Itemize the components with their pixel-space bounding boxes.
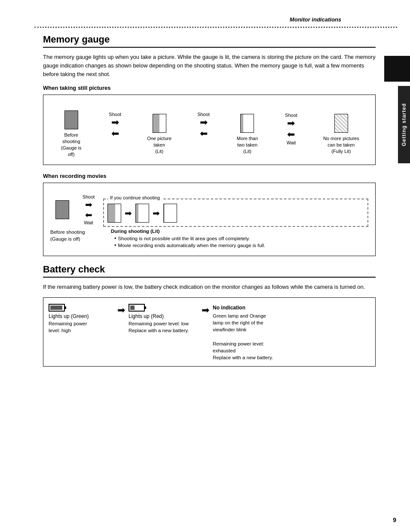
battery-check-body: If the remaining battery power is low, t… bbox=[43, 283, 376, 291]
header-area: Monitor indications bbox=[0, 0, 410, 23]
movie-heading: When recording movies bbox=[43, 173, 376, 179]
arrow-2-shoot-label: Shoot bbox=[197, 112, 210, 117]
still-pictures-heading: When taking still pictures bbox=[43, 85, 376, 91]
caption-fully-lit: No more picturescan be taken(Fully Lit) bbox=[323, 135, 359, 155]
gauge-rect-1 bbox=[64, 110, 78, 129]
arrow-3-wait-label: Wait bbox=[287, 140, 296, 145]
battery-red-caption: Remaining power level: lowReplace with a… bbox=[129, 320, 189, 334]
gauge-before-shooting: Beforeshooting(Gauge isoff) bbox=[59, 110, 83, 157]
gauge-rect-4 bbox=[334, 114, 348, 133]
movie-note-2-text: Movie recording ends automatically when … bbox=[118, 242, 266, 249]
movie-note-1-text: Shooting is not possible until the lit a… bbox=[118, 235, 250, 242]
battery-diagram-box: Lights up (Green) Remaining powerlevel: … bbox=[43, 297, 376, 367]
battery-item-red: Lights up (Red) Remaining power level: l… bbox=[129, 304, 202, 334]
movie-during-notes: During shooting (Lit) • Shooting is not … bbox=[111, 229, 368, 249]
battery-icon-red bbox=[129, 304, 145, 312]
movie-gauge-less bbox=[135, 204, 149, 223]
memory-gauge-title: Memory gauge bbox=[43, 34, 376, 48]
movie-shoot-label: Shoot bbox=[83, 194, 95, 199]
battery-green-label: Lights up (Green) bbox=[49, 313, 89, 319]
sidebar-tab: Getting started bbox=[398, 86, 410, 163]
battery-check-section: Battery check If the remaining battery p… bbox=[43, 264, 376, 367]
movie-during-label: During shooting (Lit) bbox=[111, 229, 368, 234]
battery-green-caption: Remaining powerlevel: high bbox=[49, 320, 87, 334]
movie-wait-label: Wait bbox=[84, 220, 93, 225]
no-indication-label: No indication bbox=[213, 305, 245, 311]
arrow-1: Shoot ➡ ⬅ bbox=[98, 112, 132, 139]
battery-item-green: Lights up (Green) Remaining powerlevel: … bbox=[49, 304, 117, 334]
gauge-rect-3 bbox=[240, 114, 254, 133]
movie-gauge-before bbox=[50, 200, 74, 219]
battery-red-label: Lights up (Red) bbox=[129, 313, 164, 319]
arrow-3: Shoot ➡ ⬅ Wait bbox=[274, 113, 308, 145]
page-header-title: Monitor indications bbox=[43, 9, 376, 23]
battery-icon-green bbox=[49, 304, 65, 312]
battery-arrow-2: ➡ bbox=[202, 305, 209, 316]
movie-gauge-partial bbox=[107, 204, 121, 223]
memory-gauge-body: The memory gauge lights up when you take… bbox=[43, 53, 376, 79]
movie-before-text: Before shooting(Gauge is off) bbox=[50, 229, 108, 242]
gauge-rect-2 bbox=[153, 114, 166, 133]
sidebar-label: Getting started bbox=[401, 103, 407, 146]
gauge-one-picture: One picturetaken(Lit) bbox=[147, 114, 171, 155]
no-indication-caption: Green lamp and Orangelamp on the right o… bbox=[213, 312, 273, 361]
page-number: 9 bbox=[393, 517, 396, 523]
caption-before-shooting: Beforeshooting(Gauge isoff) bbox=[61, 132, 82, 157]
arrow-2: Shoot ➡ ⬅ bbox=[187, 112, 221, 139]
movie-before-caption: Before shooting(Gauge is off) bbox=[50, 229, 108, 249]
caption-one-picture: One picturetaken(Lit) bbox=[147, 135, 171, 155]
header-divider bbox=[0, 25, 410, 29]
gauge-two-taken: More thantwo taken(Lit) bbox=[236, 114, 259, 155]
movie-gauge-slight bbox=[163, 204, 177, 223]
movie-note-1: • Shooting is not possible until the lit… bbox=[114, 235, 368, 242]
battery-arrow-1: ➡ bbox=[117, 305, 125, 316]
memory-gauge-section: Memory gauge The memory gauge lights up … bbox=[43, 34, 376, 256]
black-rect-decoration bbox=[384, 56, 410, 82]
movie-arrows: Shoot ➡ ⬅ Wait bbox=[76, 194, 101, 225]
page: Getting started Monitor indications Memo… bbox=[0, 0, 410, 532]
main-content: Memory gauge The memory gauge lights up … bbox=[0, 34, 410, 367]
battery-item-none: No indication Green lamp and Orangelamp … bbox=[213, 304, 370, 361]
gauge-fully-lit: No more picturescan be taken(Fully Lit) bbox=[323, 114, 359, 155]
battery-check-title: Battery check bbox=[43, 264, 376, 278]
caption-two-taken: More thantwo taken(Lit) bbox=[237, 135, 258, 155]
movie-gauge-rect-before bbox=[55, 200, 69, 219]
dotted-line bbox=[34, 27, 397, 28]
arrow-3-shoot-label: Shoot bbox=[285, 113, 297, 118]
still-diagram-box: Beforeshooting(Gauge isoff) Shoot ➡ ⬅ On… bbox=[43, 95, 376, 165]
if-continue-label: If you continue shooting bbox=[108, 195, 162, 200]
movie-note-2: • Movie recording ends automatically whe… bbox=[114, 242, 368, 249]
movie-diagram-box: Shoot ➡ ⬅ Wait If you continue shooting bbox=[43, 183, 376, 256]
arrow-1-shoot-label: Shoot bbox=[109, 112, 121, 117]
